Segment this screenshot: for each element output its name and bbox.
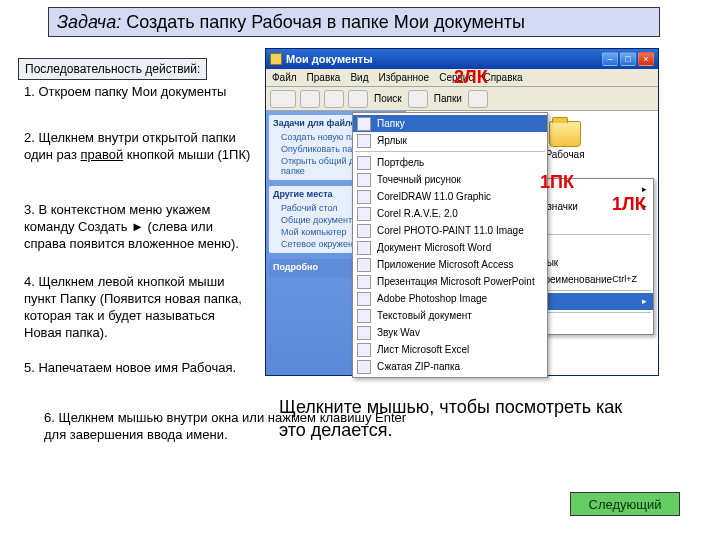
ctx-sub-sep bbox=[355, 151, 545, 152]
task-title: Задача: Создать папку Рабочая в папке Мо… bbox=[48, 7, 660, 37]
step-4: 4. Щелкнем левой кнопкой мыши пункт Папк… bbox=[24, 274, 254, 342]
file-type-icon bbox=[357, 190, 371, 204]
file-type-icon bbox=[357, 309, 371, 323]
ctx-sub-item[interactable]: Ярлык bbox=[353, 132, 547, 149]
ctx-sub-item-label: CorelDRAW 11.0 Graphic bbox=[377, 191, 491, 202]
task-text: Создать папку Рабочая в папке Мои докуме… bbox=[126, 12, 525, 32]
ctx-sub-item-label: Ярлык bbox=[377, 135, 407, 146]
ctx-sub-item[interactable]: Портфель bbox=[353, 154, 547, 171]
menu-help[interactable]: Справка bbox=[483, 72, 522, 83]
menu-tools[interactable]: Сервис bbox=[439, 72, 473, 83]
file-type-icon bbox=[357, 117, 371, 131]
step-2: 2. Щелкнем внутри открытой папки один ра… bbox=[24, 130, 254, 164]
titlebar-folder-icon bbox=[270, 53, 282, 65]
steps-label: Последовательность действий: bbox=[18, 58, 207, 80]
toolbar-folders-label[interactable]: Папки bbox=[434, 93, 462, 104]
menubar: Файл Правка Вид Избранное Сервис Справка bbox=[266, 69, 658, 87]
file-type-icon bbox=[357, 241, 371, 255]
ctx-sub-item-label: Текстовый документ bbox=[377, 310, 472, 321]
ctx-sub-item[interactable]: Лист Microsoft Excel bbox=[353, 341, 547, 358]
task-prefix: Задача: bbox=[57, 12, 126, 32]
ctx-sub-item-label: Документ Microsoft Word bbox=[377, 242, 491, 253]
step-2-underline: правой bbox=[80, 147, 123, 162]
ctx-sub-item-label: Портфель bbox=[377, 157, 424, 168]
nav-fwd-button[interactable] bbox=[300, 90, 320, 108]
ctx-sub-item-label: Лист Microsoft Excel bbox=[377, 344, 469, 355]
file-type-icon bbox=[357, 207, 371, 221]
ctx-sub-item-label: Corel PHOTO-PAINT 11.0 Image bbox=[377, 225, 524, 236]
ctx-sub-item-label: Adobe Photoshop Image bbox=[377, 293, 487, 304]
ctx-sub-item[interactable]: Сжатая ZIP-папка bbox=[353, 358, 547, 375]
ctx-sub-item[interactable]: Папку bbox=[353, 115, 547, 132]
ctx-sub-item[interactable]: Приложение Microsoft Access bbox=[353, 256, 547, 273]
ctx-sub-item[interactable]: Corel R.A.V.E. 2.0 bbox=[353, 205, 547, 222]
nav-up-button[interactable] bbox=[324, 90, 344, 108]
window-title: Мои документы bbox=[286, 53, 602, 65]
file-type-icon bbox=[357, 275, 371, 289]
ctx-sub-item-label: Сжатая ZIP-папка bbox=[377, 361, 460, 372]
titlebar[interactable]: Мои документы – □ × bbox=[266, 49, 658, 69]
ctx-sub-item[interactable]: Текстовый документ bbox=[353, 307, 547, 324]
folders-icon[interactable] bbox=[408, 90, 428, 108]
menu-fav[interactable]: Избранное bbox=[378, 72, 429, 83]
next-button[interactable]: Следующий bbox=[570, 492, 680, 516]
ctx-sub-item[interactable]: Точечный рисунок bbox=[353, 171, 547, 188]
ctx-sub-item-label: Звук Wav bbox=[377, 327, 420, 338]
ctx-sub-item[interactable]: Документ Microsoft Word bbox=[353, 239, 547, 256]
step-5: 5. Напечатаем новое имя Рабочая. bbox=[24, 360, 254, 377]
minimize-button[interactable]: – bbox=[602, 52, 618, 66]
file-type-icon bbox=[357, 326, 371, 340]
views-icon[interactable] bbox=[468, 90, 488, 108]
ctx-undo-key: Ctrl+Z bbox=[612, 274, 637, 284]
file-type-icon bbox=[357, 134, 371, 148]
ctx-sub-item-label: Точечный рисунок bbox=[377, 174, 461, 185]
ctx-sub-item-label: Corel R.A.V.E. 2.0 bbox=[377, 208, 458, 219]
search-icon[interactable] bbox=[348, 90, 368, 108]
ctx-sub-item[interactable]: Презентация Microsoft PowerPoint bbox=[353, 273, 547, 290]
menu-view[interactable]: Вид bbox=[350, 72, 368, 83]
instruction-text: Щелкните мышью, чтобы посмотреть как это… bbox=[279, 396, 639, 443]
toolbar-search-label[interactable]: Поиск bbox=[374, 93, 402, 104]
step-1: 1. Откроем папку Мои документы bbox=[24, 84, 254, 101]
maximize-button[interactable]: □ bbox=[620, 52, 636, 66]
file-type-icon bbox=[357, 258, 371, 272]
file-type-icon bbox=[357, 224, 371, 238]
folder-icon bbox=[549, 121, 581, 147]
ctx-sub-item-label: Приложение Microsoft Access bbox=[377, 259, 513, 270]
ctx-sub-item-label: Презентация Microsoft PowerPoint bbox=[377, 276, 535, 287]
menu-file[interactable]: Файл bbox=[272, 72, 297, 83]
ctx-sub-item-label: Папку bbox=[377, 118, 405, 129]
ctx-sub-item[interactable]: CorelDRAW 11.0 Graphic bbox=[353, 188, 547, 205]
step-3: 3. В контекстном меню укажем команду Соз… bbox=[24, 202, 254, 253]
file-type-icon bbox=[357, 292, 371, 306]
ctx-sub-item[interactable]: Звук Wav bbox=[353, 324, 547, 341]
close-button[interactable]: × bbox=[638, 52, 654, 66]
step-2-c: кнопкой мыши (1ПК) bbox=[123, 147, 250, 162]
menu-edit[interactable]: Правка bbox=[307, 72, 341, 83]
ctx-sub-item[interactable]: Adobe Photoshop Image bbox=[353, 290, 547, 307]
file-type-icon bbox=[357, 360, 371, 374]
ctx-sub-item[interactable]: Corel PHOTO-PAINT 11.0 Image bbox=[353, 222, 547, 239]
file-type-icon bbox=[357, 156, 371, 170]
nav-back-button[interactable] bbox=[270, 90, 296, 108]
file-type-icon bbox=[357, 343, 371, 357]
context-submenu-create: ПапкуЯрлыкПортфельТочечный рисунокCorelD… bbox=[352, 112, 548, 378]
toolbar: Поиск Папки bbox=[266, 87, 658, 111]
file-type-icon bbox=[357, 173, 371, 187]
folder-label-work: Рабочая bbox=[545, 149, 584, 160]
